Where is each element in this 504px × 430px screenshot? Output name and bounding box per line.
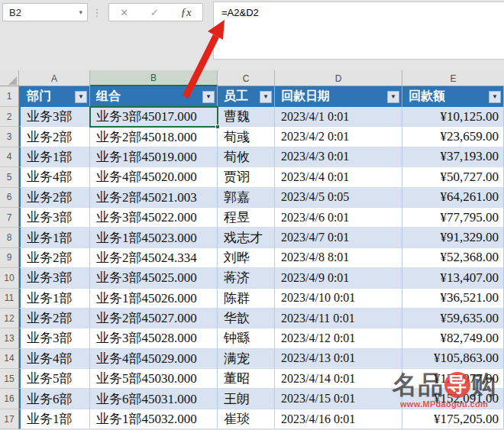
cell-department[interactable]: 业务2部	[19, 309, 90, 328]
cell-department[interactable]: 业务4部	[19, 167, 90, 187]
cell-amount[interactable]: ¥82,749.00	[402, 328, 504, 348]
cell-employee[interactable]: 华歆	[218, 309, 275, 328]
cell-employee[interactable]: 崔琰	[218, 409, 275, 429]
cell-date[interactable]: 2023/4/12 0:01	[275, 328, 402, 348]
cell-department[interactable]: 业务4部	[19, 349, 90, 369]
cell-date[interactable]: 2023/4/3 0:01	[275, 147, 402, 167]
cell-department[interactable]: 业务3部	[19, 328, 90, 348]
insert-function-icon[interactable]: ƒx	[180, 6, 191, 19]
row-header-5[interactable]: 5	[0, 167, 19, 187]
cell-date[interactable]: 2023/4/16 0:01	[275, 409, 402, 429]
cell-department[interactable]: 业务3部	[19, 208, 90, 228]
cell-amount[interactable]: ¥91,329.00	[402, 228, 504, 247]
cell-amount[interactable]: ¥13,407.00	[402, 268, 504, 288]
cell-department[interactable]: 业务2部	[19, 248, 90, 268]
cell-combo[interactable]: 业务5部45030.000	[90, 369, 218, 389]
cell-amount[interactable]: ¥50,727.00	[402, 167, 504, 187]
column-header-c[interactable]: C	[218, 70, 275, 86]
cell-date[interactable]: 2023/4/13 0:01	[275, 349, 402, 369]
formula-input[interactable]: =A2&D2	[213, 2, 504, 60]
cell-employee[interactable]: 荀彧	[218, 127, 275, 147]
header-cell-combo[interactable]: 组合 ▼	[90, 86, 218, 107]
row-header-9[interactable]: 9	[0, 248, 19, 268]
cell-combo[interactable]: 业务3部45028.000	[90, 328, 218, 348]
row-header-17[interactable]: 17	[0, 409, 19, 429]
cell-combo[interactable]: 业务2部45018.000	[90, 127, 218, 147]
cell-date[interactable]: 2023/4/11 0:01	[275, 309, 402, 328]
cell-combo[interactable]: 业务3部45017.000	[90, 107, 218, 127]
cell-date[interactable]: 2023/4/15 0:01	[275, 389, 402, 409]
cell-combo[interactable]: 业务2部45021.003	[90, 188, 218, 208]
cell-amount[interactable]: ¥37,193.00	[402, 147, 504, 167]
row-header-8[interactable]: 8	[0, 228, 19, 247]
cell-employee[interactable]: 陈群	[218, 289, 275, 309]
cell-amount[interactable]: ¥10,125.00	[402, 107, 504, 127]
cell-amount[interactable]: ¥23,659.00	[402, 127, 504, 147]
row-header-6[interactable]: 6	[0, 188, 19, 208]
row-header-2[interactable]: 2	[0, 107, 19, 127]
cell-combo[interactable]: 业务6部45031.000	[90, 389, 218, 409]
cell-employee[interactable]: 满宠	[218, 349, 275, 369]
row-header-16[interactable]: 16	[0, 389, 19, 409]
row-header-1[interactable]: 1	[0, 86, 19, 107]
cell-amount[interactable]: ¥152,091.00	[402, 389, 504, 409]
cell-date[interactable]: 2023/4/4 0:01	[275, 167, 402, 187]
header-cell-department[interactable]: 部门 ▼	[19, 86, 90, 107]
cell-date[interactable]: 2023/4/8 8:01	[275, 248, 402, 268]
row-header-7[interactable]: 7	[0, 208, 19, 228]
column-header-d[interactable]: D	[275, 70, 402, 86]
cell-date[interactable]: 2023/4/6 0:01	[275, 208, 402, 228]
row-header-12[interactable]: 12	[0, 309, 19, 328]
separator-dots-icon[interactable]: ⋮	[89, 3, 105, 21]
row-header-10[interactable]: 10	[0, 268, 19, 288]
cell-department[interactable]: 业务1部	[19, 289, 90, 309]
cell-amount[interactable]: ¥128,977.00	[402, 369, 504, 389]
cancel-icon[interactable]: ✕	[120, 7, 128, 18]
cell-amount[interactable]: ¥36,521.00	[402, 289, 504, 309]
filter-button[interactable]: ▼	[202, 91, 215, 103]
cell-combo[interactable]: 业务3部45022.000	[90, 208, 218, 228]
cell-combo[interactable]: 业务4部45029.000	[90, 349, 218, 369]
row-header-11[interactable]: 11	[0, 289, 19, 309]
cell-department[interactable]: 业务3部	[19, 107, 90, 127]
cell-employee[interactable]: 荀攸	[218, 147, 275, 167]
cell-department[interactable]: 业务1部	[19, 228, 90, 247]
filter-button[interactable]: ▼	[75, 91, 87, 103]
cell-date[interactable]: 2023/4/9 0:01	[275, 268, 402, 288]
header-cell-amount[interactable]: 回款额 ▼	[402, 86, 504, 107]
column-header-e[interactable]: E	[402, 70, 504, 86]
cell-combo[interactable]: 业务4部45020.000	[90, 167, 218, 187]
row-header-4[interactable]: 4	[0, 147, 19, 167]
cell-employee[interactable]: 刘晔	[218, 248, 275, 268]
cell-department[interactable]: 业务2部	[19, 127, 90, 147]
cell-employee[interactable]: 王朗	[218, 389, 275, 409]
cell-department[interactable]: 业务1部	[19, 147, 90, 167]
cell-department[interactable]: 业务2部	[19, 188, 90, 208]
cell-combo[interactable]: 业务3部45025.000	[90, 268, 218, 288]
cell-date[interactable]: 2023/4/14 0:01	[275, 369, 402, 389]
header-cell-date[interactable]: 回款日期 ▼	[275, 86, 402, 107]
cell-department[interactable]: 业务5部	[19, 369, 90, 389]
cell-amount[interactable]: ¥77,795.00	[402, 208, 504, 228]
row-header-14[interactable]: 14	[0, 349, 19, 369]
name-box-dropdown-icon[interactable]: ▾	[79, 8, 82, 16]
cell-employee[interactable]: 贾诩	[218, 167, 275, 187]
cell-employee[interactable]: 曹魏	[218, 107, 275, 127]
cell-employee[interactable]: 戏志才	[218, 228, 275, 247]
filter-button[interactable]: ▼	[260, 91, 272, 103]
header-cell-employee[interactable]: 员工 ▼	[218, 86, 275, 107]
filter-button[interactable]: ▼	[387, 91, 399, 103]
column-header-b[interactable]: B	[90, 70, 218, 86]
cell-date[interactable]: 2023/4/10 0:01	[275, 289, 402, 309]
cell-employee[interactable]: 董昭	[218, 369, 275, 389]
cell-combo[interactable]: 业务1部45032.000	[90, 409, 218, 429]
cell-amount[interactable]: ¥59,635.00	[402, 309, 504, 328]
row-header-3[interactable]: 3	[0, 127, 19, 147]
cell-department[interactable]: 业务1部	[19, 409, 90, 429]
cell-employee[interactable]: 郭嘉	[218, 188, 275, 208]
cell-combo[interactable]: 业务2部45027.000	[90, 309, 218, 328]
cell-amount[interactable]: ¥52,368.00	[402, 248, 504, 268]
column-header-a[interactable]: A	[19, 70, 90, 86]
cell-date[interactable]: 2023/4/7 0:01	[275, 228, 402, 247]
cell-date[interactable]: 2023/4/5 0:05	[275, 188, 402, 208]
